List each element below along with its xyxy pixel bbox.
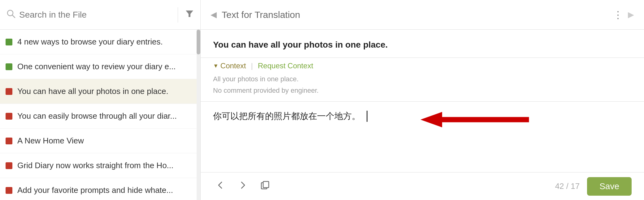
status-dot xyxy=(6,187,12,194)
search-bar xyxy=(0,0,200,30)
list-item[interactable]: Add your favorite prompts and hide whate… xyxy=(0,178,200,200)
list-item[interactable]: One convenient way to review your diary … xyxy=(0,54,200,79)
source-text: You can have all your photos in one plac… xyxy=(213,38,632,51)
translation-text: 你可以把所有的照片都放在一个地方。 xyxy=(213,110,360,122)
list-item-text: You can have all your photos in one plac… xyxy=(17,87,168,96)
more-options-icon[interactable]: ⋮ xyxy=(613,9,623,21)
status-dot xyxy=(6,162,12,169)
context-row: ▼ Context | Request Context xyxy=(213,62,632,70)
copy-button[interactable] xyxy=(258,178,272,195)
translation-area[interactable]: 你可以把所有的照片都放在一个地方。 xyxy=(201,102,644,172)
svg-rect-7 xyxy=(263,181,269,188)
list-item-text: Grid Diary now works straight from the H… xyxy=(17,161,173,170)
search-divider xyxy=(178,7,178,23)
status-dot xyxy=(6,138,12,144)
list-item-text: 4 new ways to browse your diary entries. xyxy=(17,37,163,47)
list-item[interactable]: You can easily browse through all your d… xyxy=(0,104,200,129)
status-dot xyxy=(6,88,12,95)
expand-arrow-icon[interactable]: ▶ xyxy=(628,10,634,19)
list-item-text: Add your favorite prompts and hide whate… xyxy=(17,185,173,195)
status-dot xyxy=(6,39,12,45)
list-area: 4 new ways to browse your diary entries.… xyxy=(0,30,200,200)
context-note-2: No comment provided by engineer. xyxy=(213,85,632,96)
list-item-text: One convenient way to review your diary … xyxy=(17,62,176,71)
status-dot xyxy=(6,113,12,120)
save-button[interactable]: Save xyxy=(587,177,632,196)
bottom-toolbar: 42 / 17 Save xyxy=(201,172,644,200)
right-panel: ◀ Text for Translation ⋮ ▶ You can have … xyxy=(201,0,644,200)
list-item-text: A New Home View xyxy=(17,136,84,146)
collapse-arrow-icon[interactable]: ◀ xyxy=(211,10,217,19)
panel-title: Text for Translation xyxy=(222,10,608,20)
list-item[interactable]: You can have all your photos in one plac… xyxy=(0,79,200,104)
scrollbar-track xyxy=(197,30,200,200)
red-arrow-annotation xyxy=(417,110,535,130)
search-input[interactable] xyxy=(19,10,171,20)
svg-rect-3 xyxy=(442,117,529,122)
page-counter: 42 / 17 xyxy=(555,181,580,191)
request-context-button[interactable]: Request Context xyxy=(258,62,313,70)
list-item-text: You can easily browse through all your d… xyxy=(17,111,177,121)
next-button[interactable] xyxy=(235,178,250,195)
text-cursor xyxy=(367,111,368,122)
status-dot xyxy=(6,63,12,70)
context-section: ▼ Context | Request Context All your pho… xyxy=(201,58,644,102)
context-label[interactable]: ▼ Context xyxy=(213,62,246,70)
search-icon xyxy=(6,9,15,20)
context-note-1: All your photos in one place. xyxy=(213,73,632,85)
filter-icon[interactable] xyxy=(185,9,194,20)
list-item[interactable]: A New Home View xyxy=(0,129,200,153)
right-header: ◀ Text for Translation ⋮ ▶ xyxy=(201,0,644,30)
source-section: You can have all your photos in one plac… xyxy=(201,30,644,58)
svg-line-1 xyxy=(12,15,15,18)
svg-marker-4 xyxy=(420,112,442,127)
list-item[interactable]: 4 new ways to browse your diary entries. xyxy=(0,30,200,54)
context-triangle-icon: ▼ xyxy=(213,63,219,69)
list-item[interactable]: Grid Diary now works straight from the H… xyxy=(0,153,200,178)
prev-button[interactable] xyxy=(213,178,228,195)
svg-marker-2 xyxy=(186,11,193,17)
context-separator: | xyxy=(251,62,253,70)
scrollbar-thumb[interactable] xyxy=(197,30,200,54)
left-panel: 4 new ways to browse your diary entries.… xyxy=(0,0,201,200)
